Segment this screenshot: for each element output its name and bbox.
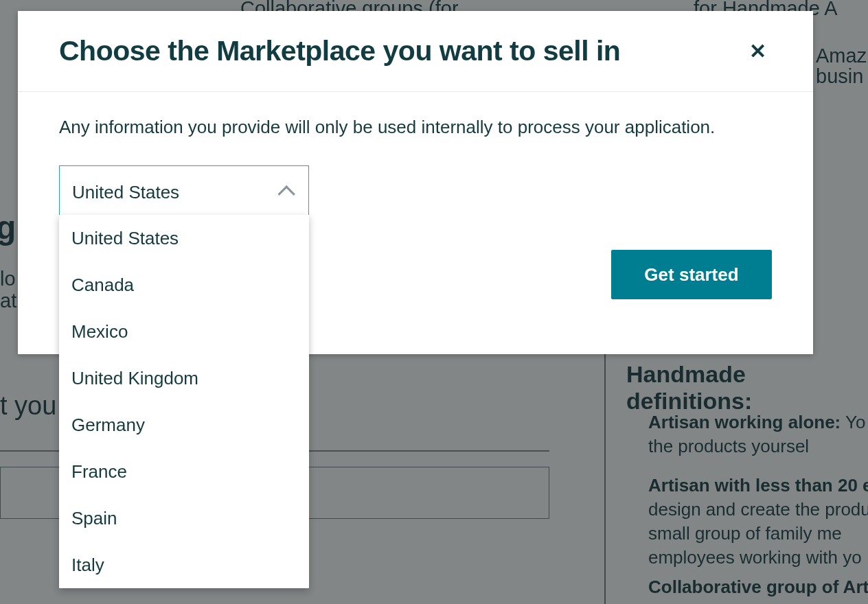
marketplace-option-canada[interactable]: Canada bbox=[59, 262, 309, 308]
marketplace-option-spain[interactable]: Spain bbox=[59, 495, 309, 542]
modal-header: Choose the Marketplace you want to sell … bbox=[18, 11, 813, 92]
marketplace-select-value: United States bbox=[72, 182, 179, 203]
marketplace-option-united-states[interactable]: United States bbox=[59, 215, 309, 262]
marketplace-option-mexico[interactable]: Mexico bbox=[59, 308, 309, 355]
marketplace-option-germany[interactable]: Germany bbox=[59, 402, 309, 448]
marketplace-option-italy[interactable]: Italy bbox=[59, 542, 309, 588]
close-icon[interactable]: ✕ bbox=[744, 34, 772, 69]
modal-description: Any information you provide will only be… bbox=[59, 117, 772, 138]
marketplace-select[interactable]: United States bbox=[59, 165, 309, 219]
marketplace-option-united-kingdom[interactable]: United Kingdom bbox=[59, 355, 309, 402]
marketplace-option-france[interactable]: France bbox=[59, 448, 309, 495]
get-started-button[interactable]: Get started bbox=[611, 250, 772, 299]
modal-title: Choose the Marketplace you want to sell … bbox=[59, 35, 620, 67]
marketplace-dropdown[interactable]: United States Canada Mexico United Kingd… bbox=[59, 215, 309, 588]
chevron-up-icon bbox=[277, 185, 295, 202]
